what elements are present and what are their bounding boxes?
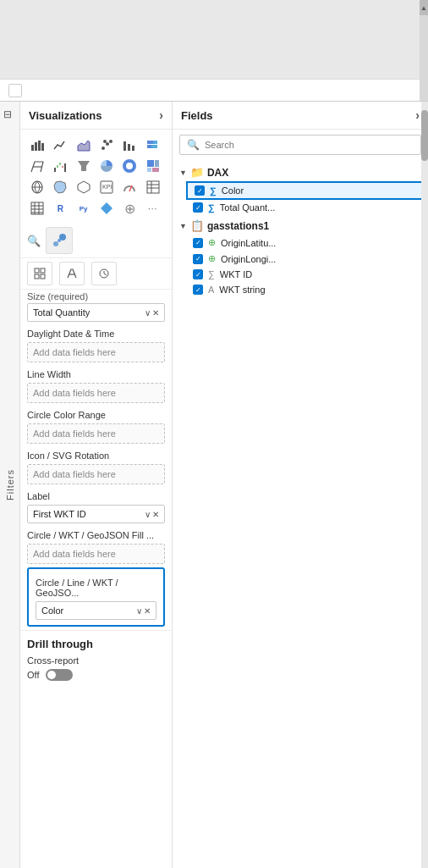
svg-rect-33 xyxy=(147,181,159,193)
filter-icon: ⊟ xyxy=(3,108,12,120)
scatter-icon[interactable] xyxy=(96,135,117,155)
wkt-id-field-item[interactable]: ✓ ∑ WKT ID xyxy=(186,267,428,282)
more-icon[interactable]: ··· xyxy=(143,198,163,218)
viz-expand-icon[interactable]: › xyxy=(159,108,163,122)
toggle-row: Off xyxy=(27,669,165,681)
map-icon[interactable] xyxy=(27,177,47,197)
dax-group-header[interactable]: ▼ 📁 DAX xyxy=(173,163,428,181)
funnel-icon[interactable] xyxy=(74,156,94,176)
wkt-id-checkbox[interactable]: ✓ xyxy=(193,269,203,279)
color-field-value: Color xyxy=(41,605,63,616)
table-icon[interactable] xyxy=(143,177,163,197)
column-chart-icon[interactable] xyxy=(119,135,140,155)
total-quantity-dropdown[interactable]: Total Quantity ∨ ✕ xyxy=(27,303,165,322)
circle-color-drop-zone[interactable]: Add data fields here xyxy=(27,423,165,444)
dropdown-clear[interactable]: ✕ xyxy=(152,308,159,318)
viz-icons-grid: KPI R Py ⊕ ··· xyxy=(20,130,172,224)
grid-action-btn[interactable] xyxy=(27,262,52,285)
color-checkbox[interactable]: ✓ xyxy=(195,185,205,196)
donut-chart-icon[interactable] xyxy=(119,156,140,176)
fields-expand-icon[interactable]: › xyxy=(415,108,420,122)
svg-rect-2 xyxy=(38,141,41,151)
origin-lat-checkbox[interactable]: ✓ xyxy=(193,238,203,248)
color-field-item[interactable]: ✓ ∑ Color xyxy=(186,181,428,200)
svg-rect-15 xyxy=(151,145,157,148)
dax-group-name: DAX xyxy=(207,167,228,179)
svg-rect-47 xyxy=(35,268,39,273)
svg-point-8 xyxy=(103,140,107,143)
viz-search-icon: 🔍 xyxy=(27,235,41,247)
daylight-drop-zone[interactable]: Add data fields here xyxy=(27,342,165,362)
first-wkt-id-dropdown[interactable]: First WKT ID ∨ ✕ xyxy=(27,505,165,523)
geojson-fill-drop-zone[interactable]: Add data fields here xyxy=(27,544,165,564)
origin-lat-field-item[interactable]: ✓ ⊕ OriginLatitu... xyxy=(186,235,428,251)
highlighted-section: Circle / Line / WKT / GeoJSO... Color ∨ … xyxy=(27,567,165,627)
visualizations-title: Visualizations xyxy=(29,109,102,122)
total-quant-field-name: Total Quant... xyxy=(220,202,421,213)
svg-rect-27 xyxy=(152,168,159,172)
bar-chart-icon[interactable] xyxy=(27,135,47,155)
pie-chart-icon[interactable] xyxy=(96,156,117,176)
right-scrollbar[interactable] xyxy=(421,102,428,868)
total-quant-checkbox[interactable]: ✓ xyxy=(193,202,203,213)
svg-rotation-drop-zone[interactable]: Add data fields here xyxy=(27,464,165,484)
dax-group-icon: 📁 xyxy=(190,166,204,179)
custom-viz-icon[interactable]: ⊕ xyxy=(119,198,140,218)
label-dropdown-icons: ∨ ✕ xyxy=(145,510,159,519)
svg-rect-18 xyxy=(59,163,61,165)
treemap-icon[interactable] xyxy=(143,156,163,176)
format-action-btn[interactable] xyxy=(59,262,85,285)
area-chart-icon[interactable] xyxy=(74,135,94,155)
total-quant-field-item[interactable]: ✓ ∑ Total Quant... xyxy=(186,200,428,215)
matrix-icon[interactable] xyxy=(27,198,47,218)
kpi-icon[interactable]: KPI xyxy=(96,177,117,197)
dropdown-icons: ∨ ✕ xyxy=(145,308,159,318)
origin-long-field-item[interactable]: ✓ ⊕ OriginLongi... xyxy=(186,251,428,267)
origin-long-checkbox[interactable]: ✓ xyxy=(193,254,203,264)
gasstations-group-header[interactable]: ▼ 📋 gasstations1 xyxy=(173,217,428,235)
svg-rect-24 xyxy=(147,160,154,167)
fields-search-input[interactable] xyxy=(205,140,414,150)
svg-rect-48 xyxy=(41,268,45,273)
main-scrollbar[interactable]: ▲ xyxy=(420,0,428,101)
svg-rect-12 xyxy=(147,141,153,144)
svg-point-46 xyxy=(58,239,61,242)
svg-marker-4 xyxy=(78,141,90,151)
python-icon[interactable]: Py xyxy=(74,198,94,218)
selected-viz-icon[interactable] xyxy=(46,227,73,254)
top-partial-row xyxy=(0,79,420,101)
dax-group: ▼ 📁 DAX ✓ ∑ Color ✓ ∑ Total Quant. xyxy=(173,163,428,215)
svg-rect-14 xyxy=(147,145,151,148)
svg-rect-11 xyxy=(132,146,134,151)
fields-tree: ▼ 📁 DAX ✓ ∑ Color ✓ ∑ Total Quant. xyxy=(173,160,428,868)
line-width-drop-zone[interactable]: Add data fields here xyxy=(27,383,165,403)
analytics-action-btn[interactable] xyxy=(91,262,117,285)
stacked-bar-icon[interactable] xyxy=(143,135,163,155)
ribbon-icon[interactable] xyxy=(27,156,47,176)
dax-group-items: ✓ ∑ Color ✓ ∑ Total Quant... xyxy=(173,181,428,215)
svg-line-54 xyxy=(104,274,107,275)
top-partial-icon xyxy=(8,84,22,97)
svg-rect-50 xyxy=(41,274,45,279)
wkt-string-field-item[interactable]: ✓ A WKT string xyxy=(186,282,428,297)
color-dropdown-icons: ∨ ✕ xyxy=(136,606,151,616)
viz-actions-row xyxy=(20,258,172,290)
wkt-id-type-icon: ∑ xyxy=(208,269,215,279)
scroll-up-arrow[interactable]: ▲ xyxy=(420,0,428,15)
shape-map-icon[interactable] xyxy=(74,177,94,197)
azure-map-icon[interactable] xyxy=(96,198,117,218)
r-script-icon[interactable]: R xyxy=(50,198,70,218)
gauge-icon[interactable] xyxy=(119,177,140,197)
filled-map-icon[interactable] xyxy=(50,177,70,197)
line-chart-icon[interactable] xyxy=(50,135,70,155)
cross-report-toggle[interactable] xyxy=(46,669,73,681)
svg-rect-49 xyxy=(35,274,39,279)
dax-group-arrow: ▼ xyxy=(179,169,187,177)
size-label: Size (required) xyxy=(20,290,172,301)
fields-search-box[interactable]: 🔍 xyxy=(179,135,421,155)
wkt-string-checkbox[interactable]: ✓ xyxy=(193,285,203,295)
waterfall-icon[interactable] xyxy=(50,156,70,176)
color-field-dropdown[interactable]: Color ∨ ✕ xyxy=(36,601,156,620)
svg-rect-10 xyxy=(128,144,130,151)
scroll-thumb[interactable] xyxy=(421,110,428,161)
